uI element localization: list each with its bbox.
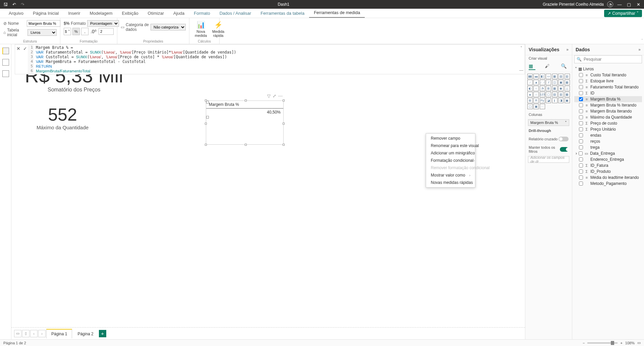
next-page-button[interactable]: › [38,330,46,337]
viz-type-icon[interactable]: ⟋⟋ [540,80,545,85]
undo-icon[interactable]: ↶ [12,2,16,7]
viz-type-icon[interactable]: ◔ [540,86,545,91]
field-checkbox[interactable] [579,115,583,119]
viz-type-icon[interactable]: ▥ [558,92,564,97]
viz-type-icon[interactable]: ⌂ [533,92,539,97]
viz-type-icon[interactable]: 123 [540,92,545,97]
format-visual-tab[interactable]: 🖌 [545,63,551,70]
field-checkbox[interactable] [579,163,583,167]
prev-page-button[interactable]: ‹ [30,330,38,337]
page-tab-2[interactable]: Página 2 [73,329,98,338]
viz-type-icon[interactable]: ▣ [558,80,564,85]
viz-type-icon[interactable]: ⋯ [540,104,545,109]
close-button[interactable]: ✕ [635,2,641,7]
formula-collapse-icon[interactable]: — [519,68,523,73]
search-input[interactable] [584,57,640,62]
field-item[interactable]: reços [574,138,642,144]
field-checkbox[interactable] [579,97,583,101]
field-item[interactable]: ΣEstoque livre [574,78,642,84]
field-item[interactable]: endas [574,132,642,138]
zoom-out-button[interactable]: − [583,341,585,345]
tab-otimizar[interactable]: Otimizar [143,9,169,18]
ctx-item[interactable]: Novas medidas rápidas [426,179,475,186]
viz-type-icon[interactable]: Py [540,98,545,103]
decimal-icon[interactable]: .0⁰ [90,28,97,35]
viz-type-icon[interactable]: ▣ [533,104,539,109]
format-select[interactable]: Porcentagem [87,20,119,27]
home-table-select[interactable]: Livros [27,29,57,36]
field-checkbox[interactable] [579,103,583,107]
viz-type-icon[interactable]: ◪ [546,98,551,103]
field-checkbox[interactable] [579,169,583,174]
field-item[interactable]: ΣID_Produto [574,168,642,175]
card-visual-quantidade[interactable]: 552 Máximo da Quantidade [37,105,89,130]
ctx-item[interactable]: Adicionar um minigráfico [426,149,475,157]
viz-type-icon[interactable]: ◉ [558,86,564,91]
viz-type-icon[interactable]: ⫽ [546,80,551,85]
minimize-button[interactable]: — [617,2,623,7]
viz-panel-collapse-icon[interactable]: » [566,47,569,52]
page-tab-1[interactable]: Página 1 [46,329,72,338]
field-item[interactable]: ›▭Data_Entrega [574,150,642,156]
share-button[interactable]: ↗Compartilhar ˅ [604,10,642,17]
viz-type-icon[interactable]: ▢ [527,104,533,109]
viz-type-icon[interactable]: ▮▯ [540,74,545,79]
viz-type-icon[interactable]: ▤ [558,74,564,79]
field-checkbox[interactable] [579,151,583,155]
field-item[interactable]: ΣID [574,90,642,96]
table-node-livros[interactable]: ˅▦ Livros [574,66,642,72]
quick-measure-button[interactable]: ⚡ Medida rápida [210,20,226,38]
build-visual-tab[interactable]: ▦ [529,63,535,70]
redo-icon[interactable]: ↷ [21,2,24,7]
viz-type-icon[interactable]: ⟋ [527,80,533,85]
viz-type-icon[interactable]: ▤ [552,92,558,97]
viz-type-icon[interactable]: ◨ [558,98,564,103]
field-checkbox[interactable] [579,79,583,83]
field-search[interactable]: 🔍 [574,55,642,63]
field-item[interactable]: Endereco_Entrega [574,156,642,162]
viz-type-icon[interactable]: ▲ [527,92,533,97]
field-checkbox[interactable] [579,109,583,113]
field-checkbox[interactable] [579,127,583,131]
field-checkbox[interactable] [579,73,583,77]
viz-type-icon[interactable]: ⫿ [552,98,558,103]
thousands-button[interactable]: , [81,28,89,35]
desktop-layout-icon[interactable]: ▭ [14,330,21,337]
viz-type-icon[interactable]: R [533,98,539,103]
mobile-layout-icon[interactable]: ▯ [22,330,30,337]
tab-formato[interactable]: Formato [189,9,215,18]
field-checkbox[interactable] [579,139,583,143]
viz-type-icon[interactable]: ⊞ [527,98,533,103]
viz-type-icon[interactable]: ◫ [552,80,558,85]
viz-type-icon[interactable]: ◐ [527,86,533,91]
more-icon[interactable]: ⋯ [278,93,283,98]
formula-editor[interactable]: Margem Bruta % = VAR FaturamentoTotal = … [34,45,518,74]
tab-ajuda[interactable]: Ajuda [169,9,189,18]
ctx-item[interactable]: Formatação condicional› [426,157,475,164]
viz-type-icon[interactable]: ▦ [552,86,558,91]
new-measure-button[interactable]: 📊 Nova medida [193,20,209,38]
report-view-button[interactable] [2,48,9,54]
formula-cancel-icon[interactable]: ✕ [16,46,20,51]
cross-report-toggle[interactable] [559,137,569,141]
user-avatar-icon[interactable]: ◔ [607,1,613,7]
field-item[interactable]: ≡Margem Bruta % [574,96,642,102]
fit-page-icon[interactable]: ▭ [637,341,641,345]
viz-type-icon[interactable]: ⊞ [546,86,551,91]
viz-type-icon[interactable]: ▢ [546,92,551,97]
tab-exibicao[interactable]: Exibição [117,9,143,18]
table-visual-margem[interactable]: ▽ ⤢ ⋯ Margem Bruta % 40,50% [206,100,284,145]
focus-icon[interactable]: ⤢ [273,93,276,98]
field-checkbox[interactable] [579,85,583,89]
viz-type-icon[interactable]: ▲ [533,80,539,85]
data-view-button[interactable] [2,59,9,66]
data-category-select[interactable]: Não categorizado [151,24,186,30]
filter-icon[interactable]: ▽ [267,93,271,98]
viz-type-icon[interactable]: △ [565,86,570,91]
decimals-input[interactable] [99,28,114,35]
field-item[interactable]: Metodo_Pagamento [574,181,642,187]
tab-ferramentas-medida[interactable]: Ferramentas de medida [309,8,365,18]
field-item[interactable]: ≡Margem Bruta % Iterando [574,102,642,108]
viz-type-icon[interactable]: ▦ [565,80,570,85]
chevron-down-icon[interactable]: ˅ [565,121,567,125]
